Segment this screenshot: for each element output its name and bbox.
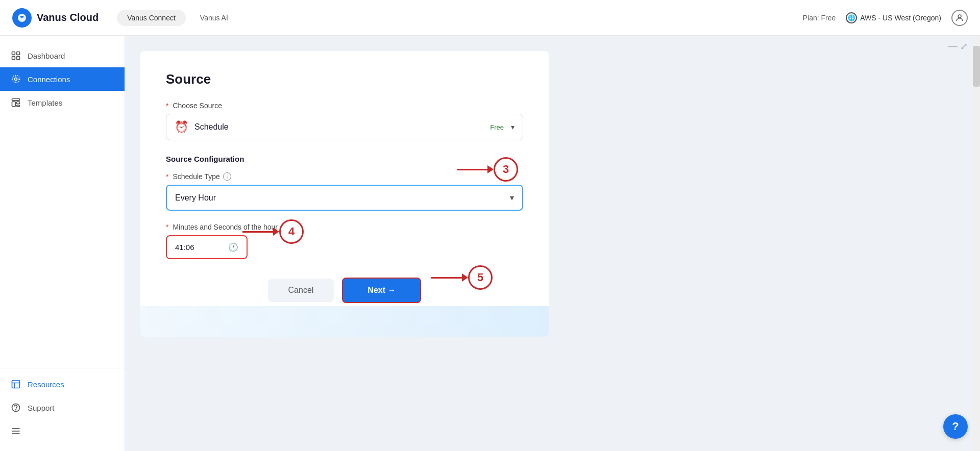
globe-icon: 🌐 xyxy=(846,12,857,23)
nav-buttons: Vanus Connect Vanus AI xyxy=(117,10,238,26)
source-right: Free ▾ xyxy=(490,123,514,131)
menu-icon xyxy=(10,425,21,437)
nav-ai-btn[interactable]: Vanus AI xyxy=(190,10,238,26)
navbar: Vanus Cloud Vanus Connect Vanus AI Plan:… xyxy=(0,0,980,36)
svg-rect-12 xyxy=(12,381,20,388)
sidebar-item-resources-label: Resources xyxy=(28,380,64,389)
required-star-3: * xyxy=(166,223,168,231)
free-badge: Free xyxy=(490,123,504,131)
time-value: 41:06 xyxy=(175,243,194,252)
schedule-type-select[interactable]: Every Hour ▾ xyxy=(166,185,523,211)
layout: Dashboard Connections Templates Resource… xyxy=(0,36,980,451)
scrollbar-rail[interactable] xyxy=(973,36,980,451)
plan-label: Plan: Free xyxy=(803,14,836,22)
choose-source-label: * Choose Source xyxy=(166,102,523,110)
scrollbar-thumb[interactable] xyxy=(973,46,980,87)
navbar-right: Plan: Free 🌐 AWS - US West (Oregon) xyxy=(803,10,968,26)
connections-icon xyxy=(10,73,21,85)
source-chevron-icon: ▾ xyxy=(511,123,514,131)
source-select-left: ⏰ Schedule xyxy=(175,120,229,134)
minutes-seconds-label: * Minutes and Seconds of the hour i xyxy=(166,223,523,231)
region-label: AWS - US West (Oregon) xyxy=(860,14,941,22)
svg-rect-2 xyxy=(12,52,15,55)
sidebar: Dashboard Connections Templates Resource… xyxy=(0,36,125,451)
region-selector[interactable]: 🌐 AWS - US West (Oregon) xyxy=(846,12,941,23)
svg-rect-8 xyxy=(12,99,20,101)
section-title: Source xyxy=(166,71,523,87)
cancel-button[interactable]: Cancel xyxy=(268,279,334,302)
sidebar-item-connections[interactable]: Connections xyxy=(0,67,125,91)
schedule-type-chevron-icon: ▾ xyxy=(510,193,514,203)
required-star-1: * xyxy=(166,102,168,110)
collapse-icon[interactable]: ⤢ xyxy=(960,41,968,52)
svg-rect-9 xyxy=(12,102,16,106)
svg-rect-4 xyxy=(12,57,15,60)
logo xyxy=(12,8,32,28)
sidebar-item-connections-label: Connections xyxy=(28,75,70,84)
dashboard-icon xyxy=(10,50,21,61)
svg-rect-11 xyxy=(17,105,20,107)
nav-connect-btn[interactable]: Vanus Connect xyxy=(117,10,186,26)
wave-decoration xyxy=(140,306,549,337)
arrow-line-3 xyxy=(457,169,487,170)
action-row: Cancel Next → xyxy=(166,278,523,303)
schedule-type-value: Every Hour xyxy=(175,193,216,203)
help-button[interactable]: ? xyxy=(943,414,968,439)
main-content: ⤢ — Source * Choose Source ⏰ Schedule Fr… xyxy=(125,36,980,451)
next-button[interactable]: Next → xyxy=(342,278,421,303)
sidebar-item-support-label: Support xyxy=(28,404,55,412)
schedule-clock-icon: ⏰ xyxy=(175,120,188,134)
brand: Vanus Cloud xyxy=(12,8,99,28)
schedule-type-label: * Schedule Type i xyxy=(166,172,523,181)
source-config-title: Source Configuration xyxy=(166,155,523,163)
svg-rect-10 xyxy=(17,102,20,104)
sidebar-item-support[interactable]: Support xyxy=(0,396,125,419)
svg-rect-5 xyxy=(17,57,20,60)
schedule-type-info-icon[interactable]: i xyxy=(223,172,231,181)
sidebar-item-templates-label: Templates xyxy=(28,98,62,107)
svg-point-6 xyxy=(15,78,17,81)
resources-icon xyxy=(10,379,21,390)
time-clock-icon: 🕐 xyxy=(228,242,238,252)
content-panel: Source * Choose Source ⏰ Schedule Free ▾… xyxy=(140,51,549,337)
sidebar-item-dashboard[interactable]: Dashboard xyxy=(0,44,125,67)
svg-rect-3 xyxy=(17,52,20,55)
app-title: Vanus Cloud xyxy=(37,12,99,23)
time-input-wrapper: 41:06 🕐 xyxy=(166,235,248,259)
source-select[interactable]: ⏰ Schedule Free ▾ xyxy=(166,114,523,140)
sidebar-item-templates[interactable]: Templates xyxy=(0,91,125,114)
svg-point-14 xyxy=(16,410,16,410)
support-icon xyxy=(10,402,21,413)
source-name: Schedule xyxy=(194,122,229,132)
sidebar-item-menu[interactable] xyxy=(0,419,125,443)
templates-icon xyxy=(10,97,21,108)
required-star-2: * xyxy=(166,172,168,181)
sidebar-item-resources[interactable]: Resources xyxy=(0,372,125,396)
collapse-icon-2[interactable]: — xyxy=(948,41,958,52)
svg-point-1 xyxy=(958,15,961,18)
sidebar-bottom: Resources Support xyxy=(0,368,125,443)
user-avatar[interactable] xyxy=(951,10,968,26)
minutes-info-icon[interactable]: i xyxy=(281,223,289,231)
sidebar-item-dashboard-label: Dashboard xyxy=(28,52,65,60)
